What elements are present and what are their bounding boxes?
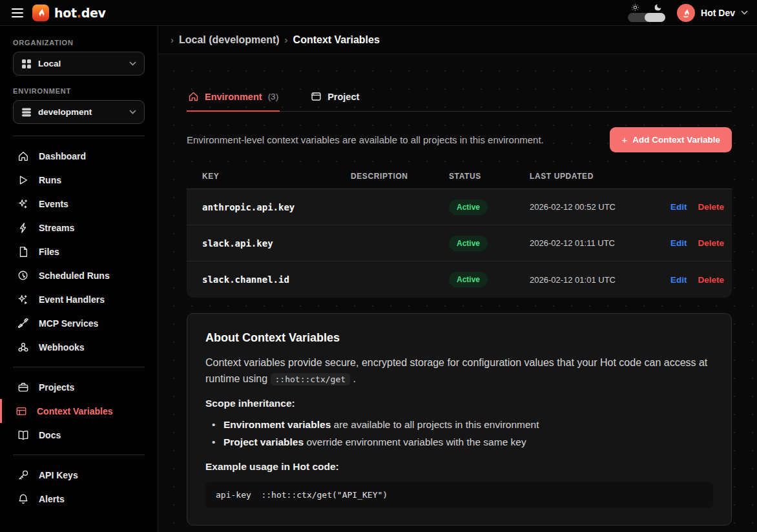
hamburger-menu-icon[interactable] xyxy=(9,5,26,21)
organization-label: ORGANIZATION xyxy=(0,39,158,46)
column-header-key: KEY xyxy=(202,172,351,181)
list-item: Project variables override environment v… xyxy=(209,433,713,451)
theme-toggle[interactable] xyxy=(628,3,665,22)
tab-environment[interactable]: Environment (3) xyxy=(187,85,280,112)
column-header-description: DESCRIPTION xyxy=(351,172,449,181)
bell-icon xyxy=(17,493,30,505)
sidebar-item-label: Files xyxy=(39,247,59,257)
sidebar-item-label: Events xyxy=(39,199,68,209)
brand-logo[interactable]: hot.dev xyxy=(32,5,106,21)
tab-label: Environment xyxy=(205,92,262,102)
window-icon xyxy=(311,91,322,102)
home-icon xyxy=(17,150,30,162)
breadcrumb-parent[interactable]: Local (development) xyxy=(179,34,280,46)
environment-select[interactable]: development xyxy=(13,100,145,124)
sidebar-item-events[interactable]: Events xyxy=(0,192,158,216)
sidebar-item-label: Alerts xyxy=(39,494,65,504)
sidebar-item-label: API Keys xyxy=(39,470,78,480)
tab-project[interactable]: Project xyxy=(309,85,360,112)
sidebar-item-files[interactable]: Files xyxy=(0,240,158,263)
environment-label: ENVIRONMENT xyxy=(0,87,158,95)
sidebar-item-api-keys[interactable]: API Keys xyxy=(0,463,158,487)
sidebar: ORGANIZATION Local ENVIRONMENT developme… xyxy=(0,26,158,532)
sidebar-item-webhooks[interactable]: Webhooks xyxy=(0,335,158,359)
sparkles-icon xyxy=(17,198,30,210)
sidebar-item-label: Event Handlers xyxy=(39,294,105,305)
sidebar-item-event-handlers[interactable]: Event Handlers xyxy=(0,287,158,311)
sidebar-item-mcp-services[interactable]: MCP Services xyxy=(0,311,158,335)
inline-code: ::hot::ctx/get xyxy=(271,373,351,385)
tab-count: (3) xyxy=(268,92,279,101)
sidebar-item-label: Docs xyxy=(39,430,61,440)
moon-icon xyxy=(654,3,662,12)
table-row: anthropic.api.key Active 2026-02-12 00:5… xyxy=(187,189,732,225)
organization-select[interactable]: Local xyxy=(13,52,145,76)
breadcrumb-chevron-icon: › xyxy=(171,34,174,45)
about-context-variables-card: About Context Variables Context variable… xyxy=(187,313,732,526)
status-badge: Active xyxy=(449,272,488,287)
user-menu[interactable]: Hot Dev xyxy=(677,4,748,22)
sidebar-item-label: Context Variables xyxy=(37,406,113,416)
home-icon xyxy=(188,91,199,102)
about-title: About Context Variables xyxy=(205,331,713,345)
theme-switch-track[interactable] xyxy=(628,13,665,22)
scope-inheritance-list: Environment variables are available to a… xyxy=(209,416,713,451)
scope-inheritance-heading: Scope inheritance: xyxy=(205,398,713,409)
sidebar-divider xyxy=(13,367,145,367)
lightning-icon xyxy=(17,222,30,234)
last-updated: 2026-02-12 00:52 UTC xyxy=(530,202,670,212)
table-row: slack.api.key Active 2026-02-12 01:11 UT… xyxy=(187,225,732,261)
delete-button[interactable]: Delete xyxy=(698,238,725,248)
edit-button[interactable]: Edit xyxy=(670,238,687,248)
server-stack-icon xyxy=(21,107,32,118)
top-bar: hot.dev Hot Dev xyxy=(0,0,757,26)
sidebar-item-scheduled-runs[interactable]: Scheduled Runs xyxy=(0,263,158,287)
context-variables-table: KEY DESCRIPTION STATUS LAST UPDATED anth… xyxy=(187,163,732,298)
example-usage-heading: Example usage in Hot code: xyxy=(205,461,713,473)
sidebar-item-docs[interactable]: Docs xyxy=(0,423,158,447)
content-area: Environment (3) Project Environment-leve… xyxy=(158,54,757,532)
chevron-down-icon xyxy=(129,61,136,66)
sidebar-item-label: Scheduled Runs xyxy=(39,271,110,281)
variable-key: slack.api.key xyxy=(202,238,351,249)
card-table-icon xyxy=(15,405,28,417)
example-code-block: api-key ::hot::ctx/get("API_KEY") xyxy=(205,482,713,508)
organization-value: Local xyxy=(38,59,123,68)
edit-button[interactable]: Edit xyxy=(670,275,687,285)
grid-icon xyxy=(21,59,32,69)
tab-label: Project xyxy=(327,92,359,102)
table-header-row: KEY DESCRIPTION STATUS LAST UPDATED xyxy=(187,163,732,189)
sidebar-item-dashboard[interactable]: Dashboard xyxy=(0,144,158,168)
about-paragraph: Context variables provide secure, encryp… xyxy=(205,355,713,387)
play-icon xyxy=(17,174,30,186)
main-area: › Local (development) › Context Variable… xyxy=(158,26,757,532)
variable-key: anthropic.api.key xyxy=(202,202,351,212)
sidebar-item-projects[interactable]: Projects xyxy=(0,375,158,399)
brand-name: hot.dev xyxy=(54,6,106,20)
breadcrumb-chevron-icon: › xyxy=(285,34,288,45)
sidebar-item-alerts[interactable]: Alerts xyxy=(0,487,158,511)
theme-switch-knob xyxy=(645,13,665,22)
chevron-down-icon xyxy=(741,10,748,15)
sidebar-item-streams[interactable]: Streams xyxy=(0,216,158,240)
list-item: Environment variables are available to a… xyxy=(209,416,713,433)
delete-button[interactable]: Delete xyxy=(698,275,725,285)
sidebar-item-context-variables[interactable]: Context Variables xyxy=(0,399,158,423)
status-badge: Active xyxy=(449,236,488,251)
status-badge: Active xyxy=(449,200,488,215)
delete-button[interactable]: Delete xyxy=(698,202,725,212)
edit-button[interactable]: Edit xyxy=(670,202,687,212)
sidebar-item-runs[interactable]: Runs xyxy=(0,168,158,192)
key-icon xyxy=(17,469,30,481)
sidebar-divider xyxy=(13,136,145,136)
page-description: Environment-level context variables are … xyxy=(187,134,544,145)
avatar xyxy=(677,4,695,22)
add-context-variable-button[interactable]: + Add Context Variable xyxy=(610,127,732,152)
sidebar-item-label: Webhooks xyxy=(39,342,85,353)
environment-value: development xyxy=(38,107,123,117)
sidebar-item-label: Dashboard xyxy=(39,151,86,161)
sidebar-item-label: Streams xyxy=(39,223,74,233)
sidebar-item-label: MCP Services xyxy=(39,318,98,329)
breadcrumb-current page-title: Context Variables xyxy=(293,34,380,46)
sidebar-divider xyxy=(13,455,145,455)
